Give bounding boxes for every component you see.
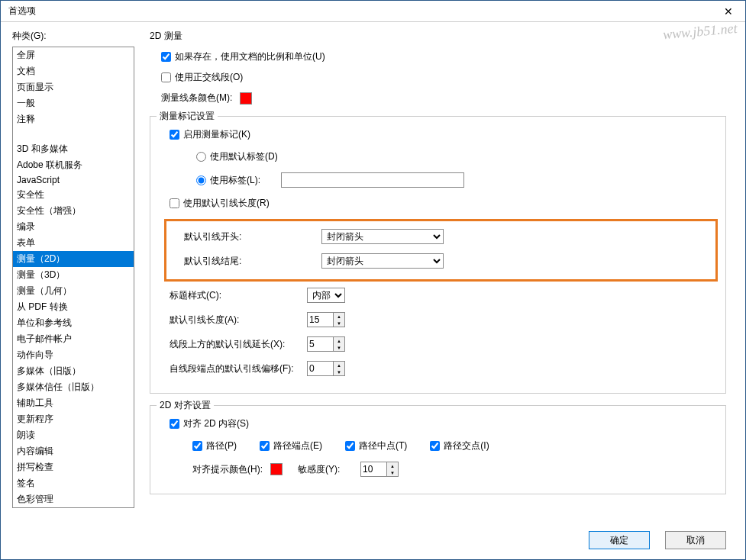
sensitivity-input[interactable] — [360, 462, 387, 477]
list-item[interactable]: 测量（几何） — [13, 283, 134, 299]
list-item[interactable]: 内容编辑 — [13, 443, 134, 459]
hint-color-swatch[interactable] — [270, 463, 283, 475]
default-line-len-label: 默认引线长度(A): — [170, 314, 307, 327]
list-item[interactable]: 从 PDF 转换 — [13, 299, 134, 315]
hint-color-label: 对齐提示颜色(H): — [192, 463, 263, 476]
use-label-text: 使用标签(L): — [210, 174, 260, 187]
use-label-radio[interactable] — [196, 175, 206, 185]
line-ext-above-label: 线段上方的默认引线延长(X): — [170, 338, 307, 351]
align-settings-group: 2D 对齐设置 对齐 2D 内容(S) 路径(P) 路径端点(E) 路径中点(T… — [150, 405, 726, 494]
list-item[interactable]: Adobe 联机服务 — [13, 157, 134, 173]
list-item[interactable]: 全屏 — [13, 47, 134, 63]
list-item[interactable]: 表单 — [13, 235, 134, 251]
path-end-checkbox[interactable] — [260, 441, 270, 451]
line-color-swatch[interactable] — [240, 92, 252, 105]
list-item[interactable]: 安全性（增强） — [13, 203, 134, 219]
spinner-down-icon[interactable]: ▼ — [334, 369, 344, 375]
spinner-up-icon[interactable]: ▲ — [387, 462, 398, 469]
path-cross-label: 路径交点(I) — [444, 439, 489, 452]
path-mid-checkbox[interactable] — [345, 441, 355, 451]
list-item[interactable]: 签名 — [13, 475, 134, 491]
spinner-down-icon[interactable]: ▼ — [334, 344, 344, 351]
sensitivity-label: 敏感度(Y): — [298, 463, 340, 476]
category-label: 种类(G): — [12, 30, 134, 43]
close-button[interactable]: ✕ — [711, 1, 745, 22]
path-label: 路径(P) — [206, 439, 237, 452]
use-default-line-len-label: 使用默认引线长度(R) — [183, 197, 270, 210]
list-item[interactable]: 电子邮件帐户 — [13, 331, 134, 347]
default-line-len-input[interactable] — [307, 312, 334, 327]
highlight-box: 默认引线开头: 封闭箭头 默认引线结尾: 封闭箭头 — [164, 219, 718, 282]
default-line-end-label: 默认引线结尾: — [184, 255, 321, 268]
list-item[interactable]: JavaScript — [13, 173, 134, 187]
ok-button[interactable]: 确定 — [589, 531, 650, 549]
path-cross-checkbox[interactable] — [430, 441, 440, 451]
window-title: 首选项 — [8, 5, 711, 18]
list-item[interactable]: 更新程序 — [13, 411, 134, 427]
mark-settings-group: 测量标记设置 启用测量标记(K) 使用默认标签(D) 使用标签(L): — [150, 116, 726, 394]
list-item[interactable]: 身份信息 — [13, 507, 134, 508]
spinner-up-icon[interactable]: ▲ — [334, 313, 344, 320]
enable-mark-label: 启用测量标记(K) — [183, 128, 250, 141]
list-item[interactable]: 3D 和多媒体 — [13, 141, 134, 157]
list-item[interactable]: 注释 — [13, 111, 134, 127]
title-style-label: 标题样式(C): — [170, 289, 307, 302]
label-input[interactable] — [281, 172, 464, 188]
align-2d-label: 对齐 2D 内容(S) — [183, 417, 249, 430]
list-item[interactable]: 安全性 — [13, 187, 134, 203]
path-mid-label: 路径中点(T) — [359, 439, 407, 452]
use-ortho-checkbox[interactable] — [161, 72, 171, 82]
list-item[interactable]: 测量（2D） — [13, 251, 134, 267]
align-2d-checkbox[interactable] — [170, 419, 179, 429]
list-item[interactable]: 拼写检查 — [13, 459, 134, 475]
list-item[interactable]: 色彩管理 — [13, 491, 134, 507]
list-item[interactable]: 单位和参考线 — [13, 315, 134, 331]
use-doc-scale-checkbox[interactable] — [161, 52, 171, 62]
list-item[interactable]: 辅助工具 — [13, 395, 134, 411]
list-item[interactable]: 测量（3D） — [13, 267, 134, 283]
spinner-down-icon[interactable]: ▼ — [334, 320, 344, 327]
titlebar: 首选项 ✕ — [1, 1, 745, 22]
line-color-label: 测量线条颜色(M): — [161, 92, 232, 105]
line-ext-above-input[interactable] — [307, 336, 334, 352]
use-ortho-label: 使用正交线段(O) — [175, 71, 243, 84]
use-default-label-radio[interactable] — [196, 152, 206, 162]
list-item[interactable]: 一般 — [13, 95, 134, 111]
default-line-start-label: 默认引线开头: — [184, 230, 321, 243]
category-listbox[interactable]: 全屏文档页面显示一般注释 3D 和多媒体Adobe 联机服务JavaScript… — [12, 47, 134, 508]
line-offset-end-input[interactable] — [307, 361, 334, 376]
path-end-label: 路径端点(E) — [273, 439, 322, 452]
line-offset-end-label: 自线段端点的默认引线偏移(F): — [170, 362, 307, 375]
list-item[interactable]: 多媒体（旧版） — [13, 363, 134, 379]
cancel-button[interactable]: 取消 — [665, 531, 726, 549]
list-item[interactable]: 动作向导 — [13, 347, 134, 363]
align-group-title: 2D 对齐设置 — [157, 399, 214, 412]
use-doc-scale-label: 如果存在，使用文档的比例和单位(U) — [175, 50, 325, 63]
enable-mark-checkbox[interactable] — [170, 130, 179, 140]
list-item[interactable]: 编录 — [13, 219, 134, 235]
list-item[interactable]: 页面显示 — [13, 79, 134, 95]
section-title: 2D 测量 — [150, 30, 726, 43]
spinner-up-icon[interactable]: ▲ — [334, 337, 344, 344]
list-item[interactable] — [13, 127, 134, 141]
list-item[interactable]: 朗读 — [13, 427, 134, 443]
list-item[interactable]: 多媒体信任（旧版） — [13, 379, 134, 395]
mark-group-title: 测量标记设置 — [157, 110, 218, 123]
use-default-line-len-checkbox[interactable] — [170, 198, 179, 208]
default-line-end-select[interactable]: 封闭箭头 — [321, 253, 444, 269]
spinner-down-icon[interactable]: ▼ — [387, 469, 398, 476]
use-default-label-text: 使用默认标签(D) — [210, 150, 278, 163]
path-checkbox[interactable] — [192, 441, 202, 451]
title-style-select[interactable]: 内部 — [307, 288, 345, 303]
default-line-start-select[interactable]: 封闭箭头 — [321, 229, 444, 244]
spinner-up-icon[interactable]: ▲ — [334, 362, 344, 369]
list-item[interactable]: 文档 — [13, 63, 134, 79]
